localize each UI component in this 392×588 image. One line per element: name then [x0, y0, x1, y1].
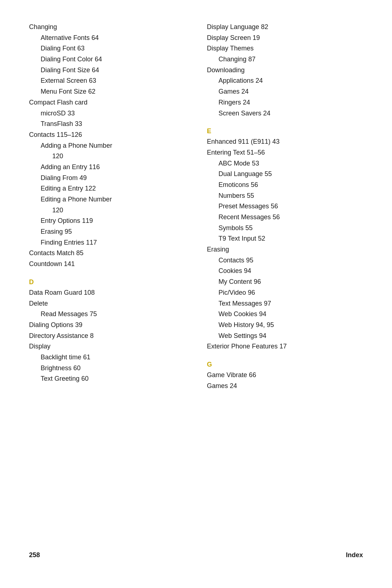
- index-entry: Ringers 24: [207, 97, 363, 108]
- index-entry: Web Cookies 94: [207, 309, 363, 320]
- index-entry: Numbers 55: [207, 191, 363, 201]
- index-entry: Display Language 82: [207, 22, 363, 33]
- page: ChangingAlternative Fonts 64Dialing Font…: [0, 0, 392, 588]
- index-entry: Brightness 60: [29, 363, 185, 374]
- index-entry: Contacts Match 85: [29, 248, 185, 259]
- index-entry: Adding a Phone Number: [29, 140, 185, 151]
- index-entry: Display Themes: [207, 43, 363, 54]
- index-entry: Games 24: [207, 86, 363, 97]
- index-entry: Game Vibrate 66: [207, 370, 363, 381]
- index-entry: Screen Savers 24: [207, 108, 363, 119]
- index-entry: Editing a Entry 122: [29, 183, 185, 194]
- index-entry: G: [207, 361, 363, 368]
- left-column: ChangingAlternative Fonts 64Dialing Font…: [29, 22, 185, 533]
- index-entry: Dialing From 49: [29, 173, 185, 184]
- index-entry: Enhanced 911 (E911) 43: [207, 136, 363, 147]
- index-entry: Recent Messages 56: [207, 212, 363, 223]
- index-entry: Games 24: [207, 381, 363, 392]
- index-entry: Finding Entries 117: [29, 237, 185, 248]
- page-number: 258: [29, 551, 40, 559]
- index-entry: Delete: [29, 298, 185, 309]
- index-entry: Adding an Entry 116: [29, 162, 185, 173]
- index-entry: Cookies 94: [207, 266, 363, 277]
- index-entry: Backlight time 61: [29, 352, 185, 363]
- index-entry: 120: [29, 151, 185, 162]
- section-label: Index: [346, 551, 363, 559]
- index-entry: My Content 96: [207, 277, 363, 287]
- index-entry: D: [29, 278, 185, 286]
- index-entry: Menu Font Size 62: [29, 86, 185, 97]
- index-entry: Directory Assistance 8: [29, 331, 185, 342]
- index-entry: Preset Messages 56: [207, 201, 363, 212]
- index-entry: Display Screen 19: [207, 33, 363, 44]
- index-entry: Pic/Video 96: [207, 287, 363, 298]
- index-entry: Editing a Phone Number: [29, 194, 185, 205]
- index-entry: E: [207, 127, 363, 135]
- index-entry: Entry Options 119: [29, 216, 185, 226]
- index-entry: Changing 87: [207, 54, 363, 65]
- index-entry: Symbols 55: [207, 223, 363, 234]
- index-entry: Text Messages 97: [207, 298, 363, 309]
- index-entry: Dialing Font Color 64: [29, 54, 185, 65]
- index-entry: Data Roam Guard 108: [29, 287, 185, 298]
- index-entry: Erasing 95: [29, 226, 185, 237]
- index-entry: TransFlash 33: [29, 119, 185, 130]
- index-entry: Dual Language 55: [207, 169, 363, 180]
- index-entry: Dialing Font 63: [29, 43, 185, 54]
- index-entry: Erasing: [207, 244, 363, 255]
- index-entry: Exterior Phone Features 17: [207, 341, 363, 352]
- index-entry: Changing: [29, 22, 185, 33]
- index-entry: Applications 24: [207, 75, 363, 86]
- index-entry: 120: [29, 205, 185, 216]
- footer: 258 Index: [29, 548, 363, 559]
- content-area: ChangingAlternative Fonts 64Dialing Font…: [29, 22, 363, 533]
- index-entry: Emoticons 56: [207, 180, 363, 191]
- index-entry: Downloading: [207, 65, 363, 76]
- index-entry: Contacts 95: [207, 255, 363, 266]
- index-entry: Dialing Options 39: [29, 320, 185, 331]
- index-entry: Text Greeting 60: [29, 373, 185, 384]
- right-column: Display Language 82Display Screen 19Disp…: [207, 22, 363, 533]
- index-entry: Web Settings 94: [207, 331, 363, 342]
- index-entry: Display: [29, 341, 185, 352]
- index-entry: Dialing Font Size 64: [29, 65, 185, 76]
- index-entry: External Screen 63: [29, 75, 185, 86]
- index-entry: Compact Flash card: [29, 97, 185, 108]
- index-entry: Read Messages 75: [29, 309, 185, 320]
- index-entry: T9 Text Input 52: [207, 233, 363, 244]
- index-entry: Web History 94, 95: [207, 320, 363, 331]
- index-entry: Alternative Fonts 64: [29, 33, 185, 44]
- index-entry: Entering Text 51–56: [207, 147, 363, 158]
- index-entry: microSD 33: [29, 108, 185, 119]
- index-entry: Contacts 115–126: [29, 130, 185, 140]
- index-entry: Countdown 141: [29, 259, 185, 270]
- index-entry: ABC Mode 53: [207, 158, 363, 169]
